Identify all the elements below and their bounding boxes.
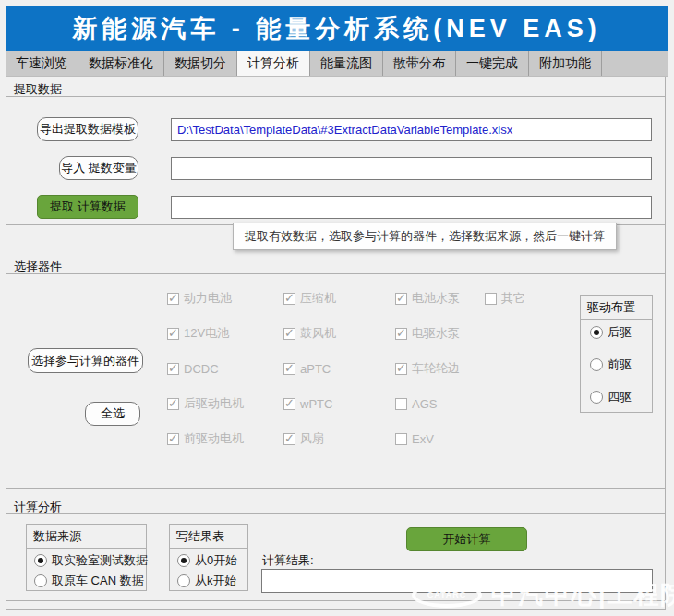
extract-calc-data-button[interactable]: 提取 计算数据 <box>37 195 138 219</box>
export-template-button[interactable]: 导出提取数据模板 <box>37 117 138 141</box>
drive-awd-radio[interactable]: 四驱 <box>590 390 632 405</box>
can-data-radio[interactable]: 取原车 CAN 数据 <box>34 574 144 588</box>
check-icon: ✓ <box>168 396 178 410</box>
tab-energy-flow[interactable]: 能量流图 <box>310 51 383 76</box>
start-from-k-radio[interactable]: 从k开始 <box>177 574 237 588</box>
radio-dot-icon <box>181 558 187 563</box>
tab-scatter-band[interactable]: 散带分布 <box>383 51 456 76</box>
device-checkbox[interactable]: ✓后驱动电机 <box>167 396 244 411</box>
check-icon: ✓ <box>396 361 406 375</box>
device-checkbox[interactable]: ✓12V电池 <box>167 326 229 341</box>
check-icon: ✓ <box>168 326 178 340</box>
main-content: 提取数据 导出提取数据模板 导入 提数变量 提取 计算数据 提取有效数据，选取参… <box>6 77 666 610</box>
check-icon: ✓ <box>168 291 178 305</box>
calc-panel-title: 计算分析 <box>6 495 665 514</box>
template-path-input[interactable] <box>171 118 652 141</box>
select-all-button[interactable]: 全选 <box>85 402 140 426</box>
device-checkbox[interactable]: ✓电驱水泵 <box>395 326 460 341</box>
drive-layout-groupbox: 驱动布置 后驱 前驱 四驱 <box>580 295 653 413</box>
extract-data-input[interactable] <box>171 196 652 219</box>
extract-data-panel: 提取数据 导出提取数据模板 导入 提数变量 提取 计算数据 <box>6 78 665 225</box>
select-devices-panel: 选择器件 选择参与计算的器件 全选 ✓动力电池 ✓12V电池 ✓DCDC ✓后驱… <box>6 255 665 489</box>
radio-dot-icon <box>38 558 43 563</box>
start-calculation-button[interactable]: 开始计算 <box>406 527 527 551</box>
device-checkbox[interactable]: ✓aPTC <box>283 361 331 376</box>
hint-tooltip: 提取有效数据，选取参与计算的器件，选择数据来源，然后一键计算 <box>233 223 617 250</box>
select-devices-button[interactable]: 选择参与计算的器件 <box>28 348 143 373</box>
check-icon: ✓ <box>284 396 295 410</box>
extract-panel-title: 提取数据 <box>6 78 665 97</box>
lab-data-radio[interactable]: 取实验室测试数据 <box>34 553 148 568</box>
check-icon: ✓ <box>284 326 295 340</box>
check-icon: ✓ <box>396 291 406 305</box>
tab-calc-analysis[interactable]: 计算分析 <box>237 51 310 76</box>
drive-rear-radio[interactable]: 后驱 <box>590 325 632 340</box>
calc-result-label: 计算结果: <box>262 552 314 569</box>
device-checkbox[interactable]: ✓前驱动电机 <box>167 431 244 446</box>
import-variables-button[interactable]: 导入 提数变量 <box>59 156 138 180</box>
device-checkbox[interactable]: ✓鼓风机 <box>283 326 336 341</box>
device-checkbox[interactable]: ✓风扇 <box>283 431 324 446</box>
check-icon: ✓ <box>168 361 178 375</box>
device-checkbox[interactable]: ✓电池水泵 <box>395 291 460 306</box>
tab-data-split[interactable]: 数据切分 <box>164 51 237 76</box>
device-checkbox[interactable]: ✓车轮轮边 <box>395 361 460 376</box>
calc-result-input[interactable] <box>261 569 653 593</box>
device-panel-title: 选择器件 <box>6 255 665 274</box>
device-checkbox[interactable]: ✓动力电池 <box>167 291 232 306</box>
check-icon: ✓ <box>168 431 178 445</box>
device-checkbox[interactable]: ✓wPTC <box>283 396 332 411</box>
tab-one-click[interactable]: 一键完成 <box>456 51 529 76</box>
check-icon: ✓ <box>396 326 406 340</box>
data-source-groupbox: 数据来源 取实验室测试数据 取原车 CAN 数据 <box>26 524 147 591</box>
data-source-title: 数据来源 <box>27 525 146 549</box>
check-icon: ✓ <box>284 431 295 445</box>
result-table-title: 写结果表 <box>170 525 247 549</box>
tab-extra-功能[interactable]: 附加功能 <box>529 51 602 76</box>
check-icon: ✓ <box>284 291 295 305</box>
tab-bar: 车速浏览 数据标准化 数据切分 计算分析 能量流图 散带分布 一键完成 附加功能 <box>6 51 668 77</box>
radio-dot-icon <box>594 330 599 335</box>
device-checkbox[interactable]: ✓ExV <box>395 431 434 446</box>
device-checkbox[interactable]: ✓其它 <box>485 291 525 306</box>
device-checkbox[interactable]: ✓DCDC <box>167 361 219 376</box>
check-icon: ✓ <box>284 361 295 375</box>
app-title: 新能源汽车 - 能量分析系统(NEV EAS) <box>6 6 668 51</box>
start-from-0-radio[interactable]: 从0开始 <box>177 553 237 568</box>
tab-speed-browse[interactable]: 车速浏览 <box>6 51 78 76</box>
import-variables-input[interactable] <box>171 157 652 180</box>
drive-front-radio[interactable]: 前驱 <box>590 357 632 372</box>
result-table-groupbox: 写结果表 从0开始 从k开始 <box>169 524 248 591</box>
tab-data-normalize[interactable]: 数据标准化 <box>78 51 164 76</box>
device-checkbox[interactable]: ✓AGS <box>395 396 437 411</box>
calc-analysis-panel: 计算分析 数据来源 取实验室测试数据 取原车 CAN 数据 写结果表 从0开始 … <box>6 495 665 601</box>
drive-layout-title: 驱动布置 <box>581 296 652 320</box>
device-checkbox[interactable]: ✓压缩机 <box>283 291 336 306</box>
